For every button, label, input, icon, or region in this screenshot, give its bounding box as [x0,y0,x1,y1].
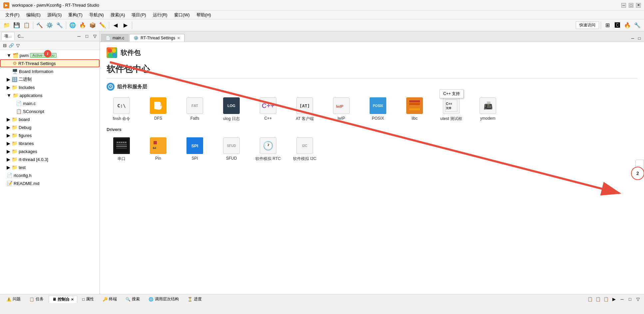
editor-min-button[interactable]: ─ [629,35,636,42]
menu-navigate[interactable]: 导航(N) [87,11,107,19]
tree-item-pwm[interactable]: ▼ 🗂️ pwm Active - Debu 1 [0,51,100,59]
status-tab-search[interactable]: 🔍 搜索 [122,295,144,303]
tree-item-board[interactable]: ▶ 📁 board [0,115,100,123]
status-menu-btn[interactable]: ▽ [635,296,641,303]
driver-sfud[interactable]: SFUD SFUD [216,137,246,162]
tree-item-rtthread[interactable]: ▶ 📁 rt-thread [4.0.3] [0,155,100,163]
tab-rt-settings[interactable]: ⚙️ RT-Thread Settings ✕ [129,34,184,42]
menu-search[interactable]: 搜索(A) [108,11,128,19]
save-button[interactable]: 💾 [12,21,21,30]
tree-item-binary[interactable]: ▶ 🔢 二进制 [0,75,100,83]
quick-access-button[interactable]: 快速访问 [576,21,599,29]
fire-button[interactable]: 🔥 [78,21,87,30]
status-tab-terminal[interactable]: 🔑 终端 [99,295,121,303]
component-dfs[interactable]: DFS DFS [143,97,173,122]
forward-button[interactable]: ▶ [121,21,130,30]
minimize-button[interactable]: ─ [621,3,626,8]
component-utest[interactable]: C++ 支持 C++ 支持 utest 测试框 [436,97,466,122]
console-icon: 🖥 [52,297,56,302]
component-ymodem[interactable]: 📠 ymodem [473,97,503,122]
tree-item-board-info[interactable]: 🖥️ Board Information [0,67,100,75]
component-libc[interactable]: libc [400,97,430,122]
console-close[interactable]: ✕ [71,298,74,301]
status-tab-console[interactable]: 🖥 控制台 ✕ [49,296,77,303]
status-tab-tasks[interactable]: 📋 任务 [26,295,47,303]
tool-button[interactable]: 🔧 [55,21,64,30]
new-item-button[interactable]: ▽ [15,42,21,49]
status-tab-properties[interactable]: □ 属性 [79,295,98,303]
tree-item-libraries[interactable]: ▶ 📁 libraries [0,139,100,147]
tree-item-packages[interactable]: ▶ 📁 packages [0,147,100,155]
back-button[interactable]: ◀ [111,21,120,30]
status-tab-callhierarchy[interactable]: 🌐 调用层次结构 [145,295,182,303]
collapse-panel-button[interactable]: « 2 [635,160,644,176]
menu-file[interactable]: 文件(F) [3,11,22,19]
driver-uart[interactable]: 串口 [107,137,137,162]
component-lwip[interactable]: lwIP lwIP [326,97,356,122]
tree-item-main-c[interactable]: 📄 main.c [0,99,100,107]
menu-edit[interactable]: 编辑(E) [24,11,43,19]
maximize-panel-button[interactable]: □ [84,33,90,40]
layout-btn2[interactable]: 🅲 [613,21,622,30]
tab-c-view[interactable]: C... [15,33,27,40]
edit-button[interactable]: ✏️ [98,21,107,30]
pkg-button[interactable]: 📦 [88,21,97,30]
status-tab-progress[interactable]: ⏳ 进度 [184,295,205,303]
link-editor-button[interactable]: 🔗 [8,42,15,49]
component-at[interactable]: [AT] AT 客户端 [290,97,320,122]
properties-icon: □ [82,297,85,302]
editor-max-button[interactable]: □ [636,35,643,42]
tab-main-c[interactable]: 📄 main.c [101,34,129,42]
copy-button[interactable]: 📋 [22,21,31,30]
status-maximize-btn[interactable]: □ [627,296,633,303]
layout-btn1[interactable]: ⊞ [603,21,612,30]
status-copy-btn2[interactable]: 📋 [595,296,601,303]
tab-close-icon[interactable]: ✕ [177,36,180,40]
close-button[interactable]: ✕ [636,3,641,8]
status-run-btn[interactable]: ▶ [611,296,617,303]
layout-btn4[interactable]: 🔧 [633,21,642,30]
build-button[interactable]: 🔨 [35,21,44,30]
components-icon [107,83,115,91]
tree-item-applications[interactable]: ▼ 📁 applications [0,91,100,99]
tree-item-test[interactable]: ▶ 📁 test [0,163,100,171]
tree-item-figures[interactable]: ▶ 📁 figures [0,131,100,139]
tree-item-sconscript[interactable]: 📋 SConscript [0,107,100,115]
component-fatfs[interactable]: FAT Fatfs [180,97,210,122]
tree-item-includes[interactable]: ▶ 📁 Includes [0,83,100,91]
tree-item-rtconfig[interactable]: 📄 rtconfig.h [0,171,100,179]
new-button[interactable]: 📁 [2,21,11,30]
menu-run[interactable]: 运行(R) [150,11,170,19]
menu-window[interactable]: 窗口(W) [171,11,192,19]
settings-button[interactable]: ⚙️ [45,21,54,30]
tree-item-rt-settings[interactable]: ⚙ RT-Thread Settings [0,59,100,67]
status-copy-btn[interactable]: 📋 [587,296,593,303]
status-minimize-btn[interactable]: ─ [619,296,625,303]
menu-help[interactable]: 帮助(H) [194,11,214,19]
tab-project-explorer[interactable]: 项... [1,32,15,40]
minimize-panel-button[interactable]: ─ [76,33,82,40]
status-tab-problems[interactable]: ⚠️ 问题 [3,295,24,303]
collapse-all-button[interactable]: ⊟ [1,42,8,49]
component-cpp[interactable]: C++ C++ [253,97,283,122]
status-copy-btn3[interactable]: 📋 [603,296,609,303]
maximize-button[interactable]: □ [629,3,633,8]
driver-spi[interactable]: SPI SPI [180,137,210,162]
tree-item-debug[interactable]: ▶ 📁 Debug [0,123,100,131]
layout-btn3[interactable]: 🔥 [623,21,632,30]
menu-project[interactable]: 项目(P) [129,11,149,19]
ulog-label: ulog 日志 [223,116,240,122]
tree-item-readme[interactable]: 📝 README.md [0,179,100,187]
driver-pin[interactable]: 64 Pin [143,137,173,162]
svg-point-20 [119,142,120,143]
menu-refactor[interactable]: 重构(T) [66,11,85,19]
panel-menu-button[interactable]: ▽ [92,33,98,40]
driver-i2c[interactable]: I2C 软件模拟 I2C [290,137,320,162]
menu-source[interactable]: 源码(S) [45,11,64,19]
component-finsh[interactable]: C:\ finsh 命令 [107,97,137,122]
web-button[interactable]: 🌐 [68,21,77,30]
driver-rtc[interactable]: 🕐 软件模拟 RTC [253,137,283,162]
component-posix[interactable]: POSIX POSIX [363,97,393,122]
component-ulog[interactable]: LOG ulog 日志 [216,97,246,122]
uart-icon [113,137,130,154]
